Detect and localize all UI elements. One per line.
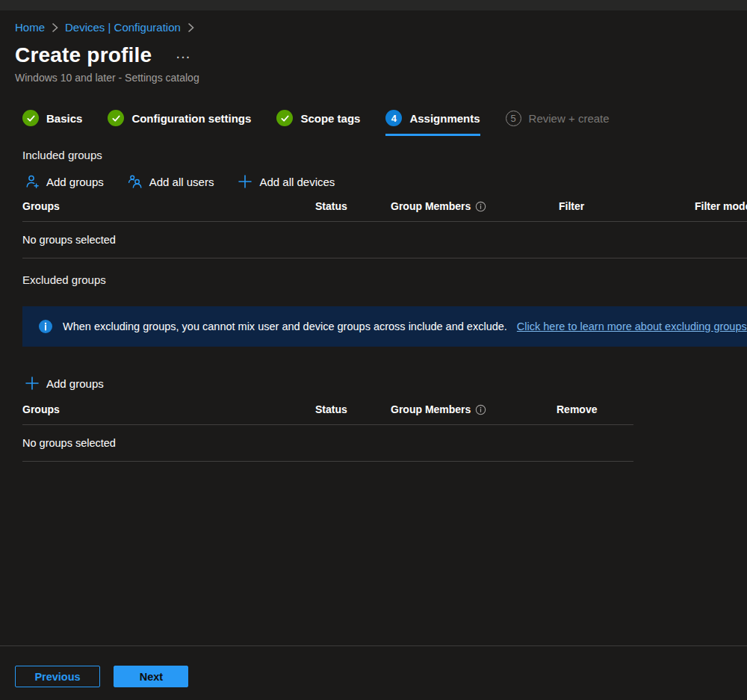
main-content: Home Devices | Configuration Create prof… — [0, 21, 747, 462]
previous-button[interactable]: Previous — [15, 666, 100, 687]
column-filter-mode: Filter mode — [695, 200, 747, 212]
step-number-badge: 4 — [385, 110, 402, 126]
check-icon — [22, 110, 39, 126]
tab-basics-label: Basics — [46, 112, 82, 125]
tab-assignments[interactable]: 4 Assignments — [385, 110, 480, 136]
column-remove: Remove — [557, 403, 633, 415]
tab-basics[interactable]: Basics — [22, 110, 82, 136]
info-icon[interactable] — [475, 201, 486, 212]
top-bar — [0, 0, 747, 10]
title-row: Create profile ··· — [15, 43, 747, 67]
breadcrumb: Home Devices | Configuration — [15, 21, 747, 34]
tab-assignments-label: Assignments — [409, 112, 480, 125]
excluded-groups-actions: Add groups — [25, 376, 747, 391]
excluded-table-empty-row: No groups selected — [22, 425, 633, 462]
wizard-footer: Previous Next — [0, 645, 747, 700]
add-groups-excluded-label: Add groups — [46, 377, 104, 390]
info-banner: When excluding groups, you cannot mix us… — [22, 306, 747, 347]
page-title: Create profile — [15, 43, 152, 67]
no-groups-selected-text: No groups selected — [22, 234, 315, 246]
column-group-members: Group Members — [391, 403, 557, 415]
plus-icon — [238, 174, 252, 189]
check-icon — [108, 110, 124, 126]
wizard-steps: Basics Configuration settings Scope tags… — [22, 110, 747, 136]
info-icon[interactable] — [475, 404, 486, 415]
excluded-table-header: Groups Status Group Members Remove — [22, 403, 633, 425]
column-group-members-label: Group Members — [391, 403, 471, 415]
column-filter: Filter — [559, 200, 695, 212]
info-banner-text: When excluding groups, you cannot mix us… — [63, 320, 507, 332]
more-menu-icon[interactable]: ··· — [176, 52, 191, 64]
column-status: Status — [315, 403, 391, 415]
tab-scope-tags[interactable]: Scope tags — [276, 110, 360, 136]
tab-configuration-settings[interactable]: Configuration settings — [108, 110, 251, 136]
page-subtitle: Windows 10 and later - Settings catalog — [15, 72, 747, 84]
tab-review-create-label: Review + create — [529, 112, 610, 125]
add-all-users-link[interactable]: Add all users — [128, 174, 214, 189]
excluded-groups-table: Groups Status Group Members Remove No gr… — [22, 403, 633, 462]
included-table-header: Groups Status Group Members Filter Filte… — [22, 200, 747, 222]
excluded-groups-heading: Excluded groups — [22, 273, 747, 286]
included-groups-heading: Included groups — [22, 149, 747, 161]
info-icon — [38, 319, 53, 334]
breadcrumb-home-link[interactable]: Home — [15, 21, 45, 34]
column-group-members: Group Members — [391, 200, 559, 212]
column-groups: Groups — [22, 200, 315, 212]
breadcrumb-devices-configuration-link[interactable]: Devices | Configuration — [65, 21, 181, 34]
included-table-empty-row: No groups selected — [22, 222, 747, 258]
add-groups-link-excluded[interactable]: Add groups — [25, 376, 104, 391]
column-status: Status — [315, 200, 391, 212]
included-groups-actions: Add groups Add all users Add all devices — [25, 174, 747, 189]
add-all-users-label: Add all users — [149, 176, 214, 188]
column-group-members-label: Group Members — [391, 200, 471, 212]
people-icon — [128, 174, 143, 189]
no-groups-selected-text: No groups selected — [22, 437, 315, 449]
plus-icon — [25, 376, 40, 391]
person-add-icon — [25, 174, 40, 189]
check-icon — [276, 110, 293, 126]
add-groups-link[interactable]: Add groups — [25, 174, 104, 189]
next-button[interactable]: Next — [114, 666, 188, 687]
column-groups: Groups — [22, 403, 315, 415]
add-all-devices-link[interactable]: Add all devices — [238, 174, 335, 189]
add-all-devices-label: Add all devices — [259, 176, 335, 188]
included-groups-table: Groups Status Group Members Filter Filte… — [22, 200, 747, 258]
tab-scope-tags-label: Scope tags — [300, 112, 360, 125]
chevron-right-icon — [187, 22, 194, 33]
info-banner-learn-more-link[interactable]: Click here to learn more about excluding… — [517, 320, 747, 332]
tab-configuration-settings-label: Configuration settings — [131, 112, 251, 125]
add-groups-label: Add groups — [46, 176, 104, 188]
chevron-right-icon — [52, 22, 58, 33]
step-number-badge: 5 — [506, 111, 521, 126]
tab-review-create: 5 Review + create — [506, 111, 610, 136]
